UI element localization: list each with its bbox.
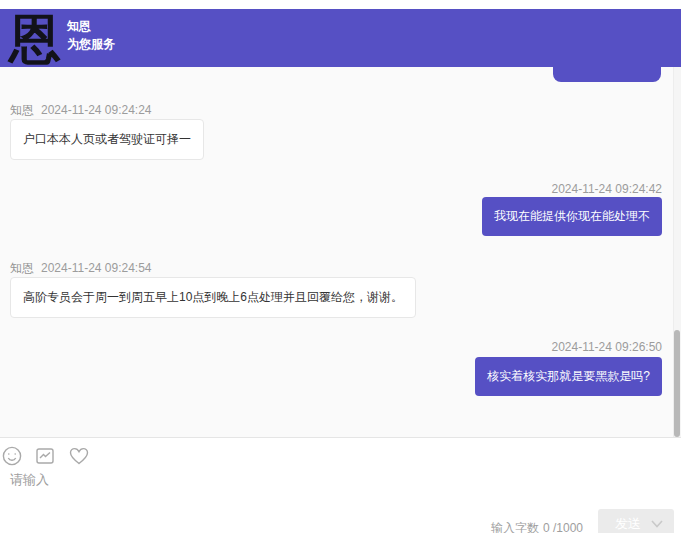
message-bubble-outgoing: 核实着核实那就是要黑款是吗?	[475, 357, 662, 396]
composer: 请输入 输入字数0 /1000 发送	[0, 437, 681, 533]
brand-tagline: 为您服务	[67, 36, 115, 53]
sender-name: 知恩	[10, 261, 34, 275]
message-bubble-incoming: 户口本本人页或者驾驶证可择一	[10, 119, 204, 160]
message-timestamp: 2024-11-24 09:24:24	[41, 103, 152, 117]
char-counter-label: 输入字数	[491, 521, 539, 533]
send-button[interactable]: 发送	[598, 509, 674, 533]
char-limit: /1000	[553, 521, 583, 533]
image-icon[interactable]	[35, 446, 55, 466]
message-bubble-outgoing-clipped	[553, 67, 661, 82]
message-meta: 知恩2024-11-24 09:24:24	[10, 102, 152, 119]
heart-icon[interactable]	[68, 446, 90, 466]
brand-name: 知恩	[67, 18, 115, 35]
sender-name: 知恩	[10, 103, 34, 117]
message-bubble-incoming: 高阶专员会于周一到周五早上10点到晚上6点处理并且回覆给您，谢谢。	[10, 277, 416, 318]
char-count-value: 0	[543, 521, 550, 533]
chat-header: 恩 知恩 为您服务	[0, 9, 681, 67]
brand-text-block: 知恩 为您服务	[67, 18, 115, 53]
message-list[interactable]: 知恩2024-11-24 09:24:24 户口本本人页或者驾驶证可择一 202…	[0, 67, 681, 437]
message-bubble-outgoing: 我现在能提供你现在能处理不	[482, 197, 662, 236]
message-timestamp: 2024-11-24 09:24:42	[551, 182, 662, 196]
message-timestamp: 2024-11-24 09:26:50	[551, 340, 662, 354]
char-counter: 输入字数0 /1000	[491, 520, 583, 533]
composer-toolbar	[2, 446, 90, 466]
brand-logo: 恩	[6, 9, 64, 69]
message-timestamp: 2024-11-24 09:24:54	[41, 261, 152, 275]
scrollbar-track[interactable]	[673, 67, 681, 437]
top-strip	[0, 0, 681, 9]
scrollbar-thumb[interactable]	[674, 330, 680, 437]
chat-window: 恩 知恩 为您服务 知恩2024-11-24 09:24:24 户口本本人页或者…	[0, 0, 681, 533]
chevron-down-icon[interactable]	[651, 520, 663, 528]
send-button-label: 发送	[615, 515, 641, 533]
message-input[interactable]: 请输入	[10, 471, 49, 489]
message-meta: 知恩2024-11-24 09:24:54	[10, 260, 152, 277]
emoji-icon[interactable]	[2, 446, 22, 466]
